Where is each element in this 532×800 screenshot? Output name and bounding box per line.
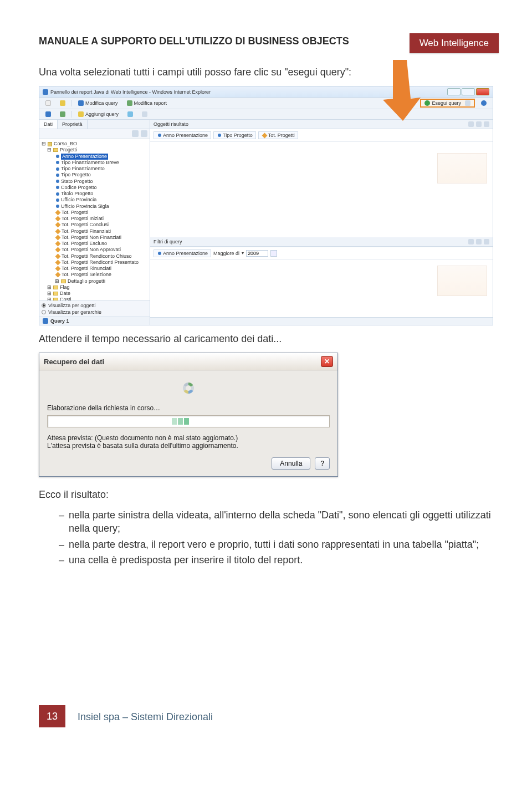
dialog-wait-line1: Attesa prevista: (Questo documento non è… — [47, 434, 330, 442]
bullet-item: nella parte sinistra della videata, all'… — [69, 508, 493, 536]
query-icon — [43, 318, 48, 324]
ghost-placeholder — [437, 266, 487, 296]
toolbar-open[interactable] — [57, 99, 68, 107]
doc-title: MANUALE A SUPPORTO DELL'UTILIZZO DI BUSI… — [39, 33, 410, 53]
universe-tree[interactable]: ⊟Corso_BO ⊟Progetti Anno Presentazione T… — [39, 139, 150, 300]
toolbar-icon[interactable] — [139, 110, 150, 118]
toolbar-icon[interactable] — [57, 110, 68, 118]
ie-icon — [43, 89, 48, 95]
tree-tool-icon[interactable] — [132, 130, 139, 137]
panel-icon[interactable] — [468, 239, 474, 244]
toolbar-icon[interactable] — [43, 110, 54, 118]
edit-query-button[interactable]: Modifica query — [75, 99, 121, 107]
spinner-icon — [47, 378, 330, 404]
run-query-button[interactable]: Esegui query — [420, 99, 475, 108]
tree-item-selected: Anno Presentazione — [61, 154, 108, 160]
panel-icon[interactable] — [484, 121, 489, 127]
dialog-title: Recupero dei dati — [44, 358, 104, 366]
bullet-item: una cella è predisposta per inserire il … — [69, 553, 303, 567]
dialog-wait-line2: L'attesa prevista è basata sulla durata … — [47, 442, 330, 450]
view-by-objects-radio[interactable]: Visualizza per oggetti — [42, 302, 147, 309]
result-chip[interactable]: Tot. Progetti — [258, 131, 298, 139]
result-chip[interactable]: Tipo Progetto — [213, 131, 256, 139]
panel-icon[interactable] — [484, 239, 489, 244]
dialog-close-button[interactable]: ✕ — [321, 356, 333, 367]
horizontal-scrollbar[interactable] — [150, 317, 493, 325]
result-objects-area[interactable]: Anno Presentazione Tipo Progetto Tot. Pr… — [150, 129, 493, 142]
bullet-item: nella parte destra, il report vero e pro… — [69, 538, 479, 551]
dialog-help-button[interactable]: ? — [315, 457, 330, 470]
folder-icon — [53, 148, 58, 152]
add-query-button[interactable]: Aggiungi query — [75, 110, 121, 118]
dialog-cancel-button[interactable]: Annulla — [272, 457, 310, 470]
panel-icon[interactable] — [476, 121, 482, 127]
paragraph: Ecco il risultato: — [39, 489, 493, 501]
tab-data[interactable]: Dati — [39, 120, 58, 129]
query-tab[interactable]: Query 1 — [39, 317, 150, 325]
window-titlebar: Pannello dei report Java di Web Intellig… — [39, 86, 493, 98]
toolbar-new[interactable] — [43, 99, 54, 107]
dialog-message: Elaborazione della richiesta in corso… — [47, 404, 330, 412]
toolbar-secondary: Aggiungi query — [39, 109, 493, 120]
panel-icon[interactable] — [468, 121, 474, 127]
query-filters-header: Filtri di query — [150, 237, 493, 247]
filter-value-input[interactable] — [246, 250, 268, 257]
cube-icon — [48, 142, 52, 146]
result-objects-header: Oggetti risultato — [150, 120, 493, 129]
measure-icon — [55, 210, 61, 215]
section-badge: Web Intelligence — [410, 33, 499, 53]
paragraph: Una volta selezionati tutti i campi util… — [39, 67, 493, 78]
result-chip[interactable]: Anno Presentazione — [154, 131, 211, 139]
close-icon: ✕ — [324, 358, 330, 365]
window-maximize-button[interactable] — [462, 88, 475, 95]
page-number: 13 — [39, 705, 65, 727]
toolbar-primary: Modifica query Modifica report Esegui qu… — [39, 98, 493, 109]
edit-report-button[interactable]: Modifica report — [124, 99, 170, 107]
window-minimize-button[interactable] — [447, 88, 461, 95]
panel-icon[interactable] — [476, 239, 482, 244]
screenshot-query-panel: Pannello dei report Java di Web Intellig… — [39, 86, 493, 325]
ghost-placeholder — [437, 153, 487, 184]
paragraph: Attendere il tempo necessario al caricam… — [39, 333, 493, 345]
tab-properties[interactable]: Proprietà — [58, 120, 88, 129]
tree-tool-icon[interactable] — [141, 130, 147, 137]
filter-prompt-icon[interactable] — [270, 250, 277, 257]
run-icon — [424, 100, 430, 106]
universe-panel: Dati Proprietà ⊟Corso_BO ⊟Progetti Anno … — [39, 120, 150, 325]
dimension-icon — [56, 155, 59, 158]
run-query-options-icon[interactable] — [465, 100, 470, 106]
progress-bar — [47, 415, 330, 427]
filter-operator[interactable]: Maggiore di — [213, 251, 239, 256]
filter-row[interactable]: Anno Presentazione Maggiore di ▾ — [150, 247, 493, 260]
window-close-button[interactable] — [476, 88, 489, 95]
toolbar-icon[interactable] — [125, 110, 136, 118]
loading-dialog: Recupero dei dati ✕ Elaborazione della r… — [39, 353, 338, 477]
callout-arrow — [376, 60, 421, 122]
toolbar-help[interactable] — [478, 99, 489, 107]
window-title: Pannello dei report Java di Web Intellig… — [50, 89, 211, 95]
footer-org: Insiel spa – Sistemi Direzionali — [78, 711, 213, 723]
view-by-hierarchies-radio[interactable]: Visualizza per gerarchie — [42, 309, 147, 315]
